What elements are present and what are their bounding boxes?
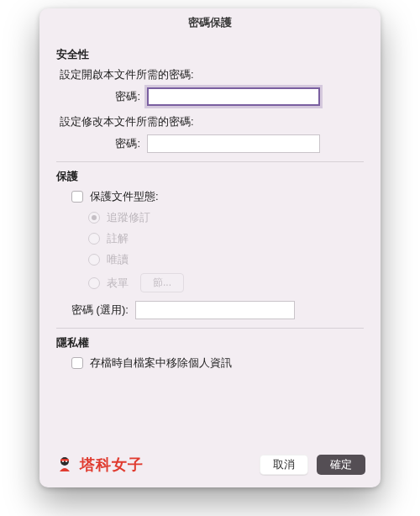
remove-personal-row[interactable]: 存檔時自檔案中移除個人資訊 bbox=[71, 355, 364, 371]
radio-comment bbox=[88, 233, 100, 245]
protect-radio-group: 追蹤修訂 註解 唯讀 表單 節... bbox=[88, 210, 364, 292]
protect-heading: 保護 bbox=[56, 169, 364, 184]
protect-doc-checkbox[interactable] bbox=[71, 191, 83, 203]
protect-doc-label: 保護文件型態: bbox=[90, 189, 159, 204]
svg-point-2 bbox=[62, 461, 64, 462]
radio-track-label: 追蹤修訂 bbox=[107, 210, 150, 225]
radio-form-row: 表單 節... bbox=[88, 273, 364, 292]
open-password-label: 密碼: bbox=[56, 89, 147, 104]
divider-2 bbox=[56, 328, 364, 329]
footer-buttons: 取消 確定 bbox=[260, 455, 365, 475]
svg-point-3 bbox=[66, 461, 67, 462]
optional-password-row: 密碼 (選用): bbox=[71, 301, 364, 319]
modify-password-desc: 設定修改本文件所需的密碼: bbox=[60, 114, 364, 129]
radio-readonly-label: 唯讀 bbox=[107, 252, 129, 267]
sections-button: 節... bbox=[140, 273, 184, 292]
ok-button[interactable]: 確定 bbox=[317, 455, 365, 475]
brand: 塔科女子 bbox=[55, 455, 144, 475]
remove-personal-label: 存檔時自檔案中移除個人資訊 bbox=[90, 355, 232, 371]
brand-icon bbox=[55, 455, 75, 475]
divider bbox=[56, 161, 364, 162]
radio-track-row: 追蹤修訂 bbox=[88, 210, 364, 225]
privacy-heading: 隱私權 bbox=[56, 335, 364, 350]
radio-form bbox=[88, 277, 100, 289]
open-password-row: 密碼: bbox=[56, 87, 364, 106]
open-password-input[interactable] bbox=[147, 87, 320, 106]
remove-personal-checkbox[interactable] bbox=[71, 357, 83, 369]
modify-password-row: 密碼: bbox=[56, 134, 364, 153]
optional-password-input bbox=[135, 301, 295, 319]
modify-password-label: 密碼: bbox=[56, 136, 147, 151]
password-protect-dialog: 密碼保護 安全性 設定開啟本文件所需的密碼: 密碼: 設定修改本文件所需的密碼:… bbox=[39, 8, 381, 487]
modify-password-input[interactable] bbox=[147, 134, 320, 153]
radio-form-label: 表單 bbox=[107, 276, 129, 291]
radio-track bbox=[88, 212, 100, 224]
radio-comment-label: 註解 bbox=[107, 231, 129, 246]
cancel-button[interactable]: 取消 bbox=[260, 455, 308, 475]
radio-comment-row: 註解 bbox=[88, 231, 364, 246]
dialog-footer: 塔科女子 取消 確定 bbox=[39, 442, 381, 487]
security-heading: 安全性 bbox=[56, 47, 364, 62]
optional-password-label: 密碼 (選用): bbox=[71, 303, 129, 318]
radio-readonly bbox=[88, 254, 100, 266]
brand-text: 塔科女子 bbox=[80, 455, 144, 475]
radio-readonly-row: 唯讀 bbox=[88, 252, 364, 267]
dialog-content: 安全性 設定開啟本文件所需的密碼: 密碼: 設定修改本文件所需的密碼: 密碼: … bbox=[39, 37, 381, 384]
dialog-title: 密碼保護 bbox=[39, 8, 381, 37]
open-password-desc: 設定開啟本文件所需的密碼: bbox=[60, 67, 364, 82]
protect-doc-row[interactable]: 保護文件型態: bbox=[71, 189, 364, 204]
svg-rect-1 bbox=[60, 459, 69, 461]
